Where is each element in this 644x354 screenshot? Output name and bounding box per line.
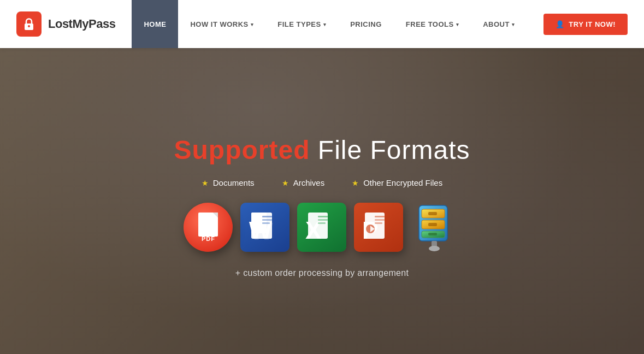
lock-icon (21, 16, 37, 32)
hero-title-highlight: Supported (174, 135, 310, 164)
user-icon: 👤 (556, 20, 565, 28)
pdf-paper (198, 213, 218, 237)
hero-title-rest: File Formats (310, 135, 470, 164)
svg-rect-21 (428, 212, 437, 215)
star-icon-2: ★ (282, 179, 289, 187)
svg-text:X: X (305, 217, 321, 244)
svg-rect-14 (375, 216, 385, 217)
hero-content: Supported File Formats ★ Documents ★ Arc… (174, 124, 470, 278)
powerpoint-icon[interactable]: P (354, 203, 403, 252)
nav-items: HOME HOW IT WORKS ▾ FILE TYPES ▾ PRICING… (132, 0, 527, 48)
svg-rect-10 (318, 219, 328, 221)
nav-free-tools-label: FREE TOOLS (406, 20, 454, 28)
winzip-svg (411, 203, 460, 252)
category-encrypted: ★ Other Encrypted Files (352, 178, 442, 187)
navbar: LostMyPass HOME HOW IT WORKS ▾ FILE TYPE… (0, 0, 644, 48)
hero-title: Supported File Formats (174, 135, 470, 165)
excel-svg: X (303, 208, 341, 246)
svg-rect-9 (318, 216, 328, 217)
try-it-now-button[interactable]: 👤 TRY IT NOW! (543, 14, 628, 35)
try-button-label: TRY IT NOW! (569, 20, 616, 28)
nav-home-label: HOME (144, 20, 166, 28)
chevron-down-icon-2: ▾ (323, 22, 327, 27)
svg-point-29 (28, 25, 30, 27)
category-archives-label: Archives (293, 178, 325, 187)
svg-rect-6 (262, 222, 270, 224)
star-icon-3: ★ (352, 179, 359, 187)
nav-item-file-types[interactable]: FILE TYPES ▾ (265, 0, 338, 48)
nav-cta-area: 👤 TRY IT NOW! (527, 0, 644, 48)
pdf-icon[interactable]: PDF (184, 203, 233, 252)
svg-rect-5 (262, 219, 272, 221)
nav-item-about[interactable]: ABOUT ▾ (471, 0, 527, 48)
nav-item-how-it-works[interactable]: HOW IT WORKS ▾ (178, 0, 265, 48)
winzip-icon[interactable] (411, 203, 460, 252)
word-icon[interactable]: W W (240, 203, 289, 252)
category-documents: ★ Documents (202, 178, 255, 187)
star-icon: ★ (202, 179, 209, 187)
chevron-down-icon: ▾ (251, 22, 254, 27)
logo-link[interactable]: LostMyPass (0, 0, 132, 48)
svg-rect-15 (375, 219, 385, 221)
nav-file-types-label: FILE TYPES (277, 20, 321, 28)
svg-rect-11 (318, 222, 326, 224)
hero-categories: ★ Documents ★ Archives ★ Other Encrypted… (202, 178, 442, 187)
category-archives: ★ Archives (282, 178, 325, 187)
custom-order-text: + custom order processing by arrangement (235, 268, 409, 278)
nav-item-free-tools[interactable]: FREE TOOLS ▾ (394, 0, 471, 48)
svg-rect-16 (375, 222, 382, 224)
nav-pricing-label: PRICING (350, 20, 382, 28)
svg-rect-25 (428, 233, 437, 235)
nav-about-label: ABOUT (483, 20, 510, 28)
hero-section: Supported File Formats ★ Documents ★ Arc… (0, 0, 644, 354)
nav-how-label: HOW IT WORKS (190, 20, 248, 28)
svg-text:W: W (249, 217, 272, 244)
svg-rect-23 (428, 223, 437, 226)
logo-text: LostMyPass (48, 17, 115, 31)
nav-item-home[interactable]: HOME (132, 0, 178, 48)
svg-rect-4 (262, 216, 272, 217)
ppt-svg: P (359, 208, 398, 246)
svg-point-27 (429, 246, 440, 251)
category-encrypted-label: Other Encrypted Files (363, 178, 442, 187)
hero-file-icons: PDF W W X (184, 203, 460, 252)
logo-icon (16, 11, 42, 37)
excel-icon[interactable]: X (297, 203, 346, 252)
chevron-down-icon-4: ▾ (512, 22, 515, 27)
chevron-down-icon-3: ▾ (456, 22, 459, 27)
nav-item-pricing[interactable]: PRICING (338, 0, 394, 48)
word-svg: W W (246, 208, 284, 246)
category-documents-label: Documents (213, 178, 255, 187)
